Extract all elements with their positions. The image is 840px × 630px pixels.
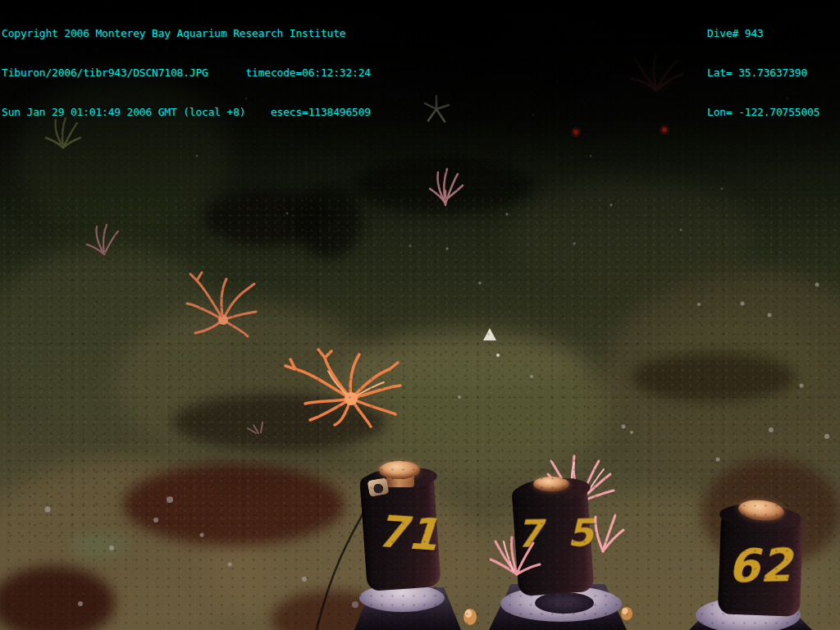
longitude-readout: Lon= -122.70755005 (707, 106, 819, 119)
bushy-pink-coral-right-fringe (596, 515, 623, 551)
datetime-esecs-line: Sun Jan 29 01:01:49 2006 GMT (local +8) … (2, 106, 371, 119)
overlay-top-left: Copyright 2006 Monterey Bay Aquarium Res… (2, 1, 371, 145)
bushy-pink-coral-lower-left (491, 537, 540, 574)
rov-video-frame: 71 75 62 (0, 0, 840, 630)
file-timecode-line: Tiburon/2006/tibr943/DSCN7108.JPG timeco… (2, 66, 371, 80)
overlay-top-right: Dive# 943 Lat= 35.73637390 Lon= -122.707… (707, 1, 819, 145)
latitude-readout: Lat= 35.73637390 (707, 66, 819, 80)
overlay-bottom-telemetry: Depth= 1506.6 m Temp= 2.685 C Sal= 34.53… (2, 610, 496, 630)
copyright-line: Copyright 2006 Monterey Bay Aquarium Res… (2, 27, 371, 40)
dive-number: Dive# 943 (707, 27, 819, 40)
